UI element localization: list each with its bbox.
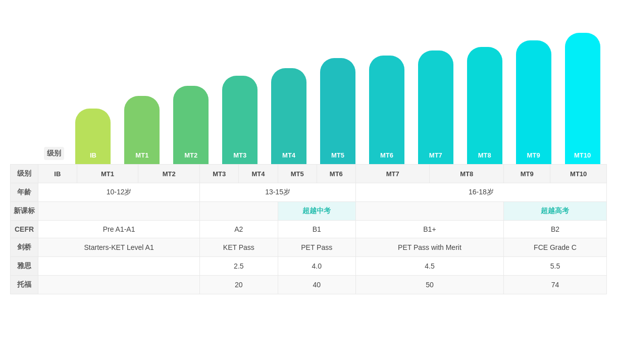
merged-cell-r2-c2: 超越中考 [278, 202, 355, 221]
bar-mt2: MT2 [173, 86, 209, 164]
grade-col-label: 级别 [39, 147, 69, 164]
row-label-3: CEFR [11, 221, 38, 238]
bar-label-mt6: MT6 [380, 151, 393, 159]
bar-mt8: MT8 [467, 47, 502, 164]
bar-label-mt8: MT8 [478, 151, 491, 159]
bar-chart: 级别IBMT1MT2MT3MT4MT5MT6MT7MT8MT9MT10 [39, 30, 607, 164]
merged-cell-r4-c4: FCE Grade C [503, 238, 606, 257]
level-cell-0: IB [38, 165, 77, 183]
bar-label-mt7: MT7 [429, 151, 442, 159]
level-cell-2: MT2 [138, 165, 200, 183]
merged-cell-r4-c0: Starters-KET Level A1 [38, 238, 200, 257]
bar-label-mt9: MT9 [527, 151, 540, 159]
table-row-3: CEFRPre A1-A1A2B1B1+B2 [11, 221, 607, 238]
merged-cell-r4-c1: KET Pass [200, 238, 278, 257]
merged-cell-r5-c4: 5.5 [503, 257, 606, 276]
page: 级别IBMT1MT2MT3MT4MT5MT6MT7MT8MT9MT10 级别IB… [0, 0, 617, 304]
bar-label-mt1: MT1 [135, 151, 148, 159]
row-label-1: 年龄 [11, 183, 38, 202]
merged-cell-r1-c0: 10-12岁 [38, 183, 200, 202]
bar-mt9: MT9 [516, 40, 551, 164]
merged-cell-r6-c1: 20 [200, 276, 278, 294]
level-cell-9: MT9 [503, 165, 550, 183]
level-cell-1: MT1 [77, 165, 138, 183]
merged-cell-r3-c1: A2 [200, 221, 278, 238]
row-label-4: 剑桥 [11, 238, 38, 257]
level-cell-8: MT8 [430, 165, 504, 183]
bar-ib: IB [75, 109, 111, 164]
bar-mt10: MT10 [565, 33, 600, 164]
bar-label-mt10: MT10 [574, 151, 591, 159]
bar-col-mt9: MT9 [509, 40, 558, 164]
table-row-5: 雅思2.54.04.55.5 [11, 257, 607, 276]
merged-cell-r2-c1 [200, 202, 278, 221]
bar-label-mt2: MT2 [184, 151, 197, 159]
merged-cell-r4-c2: PET Pass [278, 238, 355, 257]
bar-col-mt6: MT6 [362, 56, 411, 164]
bar-mt7: MT7 [418, 50, 453, 164]
level-cell-6: MT6 [317, 165, 355, 183]
merged-cell-r2-c4: 超越高考 [503, 202, 606, 221]
level-cell-4: MT4 [239, 165, 278, 183]
merged-cell-r1-c1: 13-15岁 [200, 183, 356, 202]
table-row-1: 年龄10-12岁13-15岁16-18岁 [11, 183, 607, 202]
bar-col-mt1: MT1 [118, 96, 167, 164]
bar-col-mt5: MT5 [314, 58, 363, 164]
merged-cell-r6-c4: 74 [503, 276, 606, 294]
merged-cell-r5-c3: 4.5 [355, 257, 503, 276]
table-row-0: 级别IBMT1MT2MT3MT4MT5MT6MT7MT8MT9MT10 [11, 165, 607, 183]
merged-cell-r3-c4: B2 [503, 221, 606, 238]
merged-cell-r1-c2: 16-18岁 [355, 183, 606, 202]
row-label-2: 新课标 [11, 202, 38, 221]
merged-cell-r6-c0 [38, 276, 200, 294]
bar-label-mt5: MT5 [331, 151, 344, 159]
table-row-2: 新课标超越中考超越高考 [11, 202, 607, 221]
bar-label-mt4: MT4 [282, 151, 295, 159]
bar-col-mt2: MT2 [167, 86, 216, 164]
merged-cell-r6-c3: 50 [355, 276, 503, 294]
bar-col-mt7: MT7 [411, 50, 460, 164]
bar-label-ib: IB [90, 151, 96, 159]
level-cell-3: MT3 [200, 165, 239, 183]
level-cell-5: MT5 [278, 165, 317, 183]
bar-label-mt3: MT3 [233, 151, 246, 159]
merged-cell-r5-c0 [38, 257, 200, 276]
level-cell-10: MT10 [550, 165, 607, 183]
bar-col-mt4: MT4 [265, 68, 314, 164]
merged-cell-r3-c2: B1 [278, 221, 355, 238]
bar-col-mt3: MT3 [216, 76, 265, 164]
row-label-5: 雅思 [11, 257, 38, 276]
merged-cell-r5-c1: 2.5 [200, 257, 278, 276]
merged-cell-r2-c0 [38, 202, 200, 221]
merged-cell-r3-c0: Pre A1-A1 [38, 221, 200, 238]
merged-cell-r4-c3: PET Pass with Merit [355, 238, 503, 257]
row-label-6: 托福 [11, 276, 38, 294]
merged-cell-r6-c2: 40 [278, 276, 355, 294]
table-row-4: 剑桥Starters-KET Level A1KET PassPET PassP… [11, 238, 607, 257]
bar-mt6: MT6 [369, 56, 404, 164]
row-label-0: 级别 [11, 165, 38, 183]
bar-col-ib: IB [69, 109, 118, 164]
merged-cell-r5-c2: 4.0 [278, 257, 355, 276]
bar-col-mt10: MT10 [558, 33, 607, 164]
bar-col-mt8: MT8 [460, 47, 509, 164]
bar-mt5: MT5 [320, 58, 355, 164]
level-cell-7: MT7 [355, 165, 430, 183]
bar-mt4: MT4 [271, 68, 306, 164]
table-row-6: 托福20405074 [11, 276, 607, 294]
bar-mt3: MT3 [222, 76, 258, 164]
merged-cell-r3-c3: B1+ [355, 221, 503, 238]
bar-mt1: MT1 [124, 96, 160, 164]
chart-wrapper: 级别IBMT1MT2MT3MT4MT5MT6MT7MT8MT9MT10 [10, 30, 607, 164]
merged-cell-r2-c3 [355, 202, 503, 221]
level-table: 级别IBMT1MT2MT3MT4MT5MT6MT7MT8MT9MT10年龄10-… [10, 164, 607, 294]
